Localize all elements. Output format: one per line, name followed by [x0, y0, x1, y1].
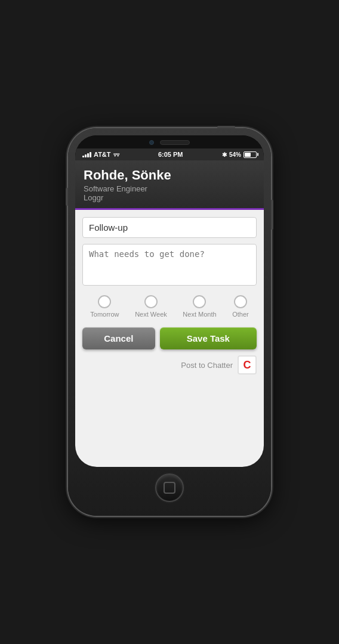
phone-screen: AT&T ▿▿ 6:05 PM ✱ 54% Rohde, Sönke Softw… [75, 135, 264, 467]
camera-icon [149, 140, 154, 145]
status-left: AT&T ▿▿ [82, 151, 119, 158]
silent-button[interactable] [271, 200, 273, 230]
due-label-next-week: Next Week [135, 311, 167, 318]
radio-next-week[interactable] [144, 295, 158, 308]
due-option-other[interactable]: Other [232, 295, 249, 318]
chatter-label: Post to Chatter [181, 361, 233, 370]
phone-device: AT&T ▿▿ 6:05 PM ✱ 54% Rohde, Sönke Softw… [68, 128, 271, 516]
save-task-button[interactable]: Save Task [160, 327, 257, 349]
home-button-icon [164, 482, 175, 494]
status-bar: AT&T ▿▿ 6:05 PM ✱ 54% [75, 148, 264, 160]
contact-title: Software Engineer [84, 184, 255, 193]
carrier-label: AT&T [94, 151, 111, 158]
due-option-next-week[interactable]: Next Week [135, 295, 167, 318]
wifi-icon: ▿▿ [113, 151, 119, 158]
due-label-next-month: Next Month [183, 311, 216, 318]
home-button[interactable] [155, 473, 184, 502]
status-right: ✱ 54% [222, 151, 257, 158]
contact-header: Rohde, Sönke Software Engineer Loggr [75, 160, 264, 210]
chatter-button[interactable]: C [238, 355, 257, 374]
bluetooth-icon: ✱ [222, 151, 227, 158]
time-display: 6:05 PM [158, 151, 183, 158]
volume-button[interactable] [66, 188, 68, 206]
main-content: Tomorrow Next Week Next Month Other Canc… [75, 210, 264, 467]
action-buttons: Cancel Save Task [82, 327, 257, 349]
speaker [160, 140, 190, 145]
contact-company: Loggr [84, 193, 255, 202]
due-label-other: Other [232, 311, 249, 318]
battery-percent: 54% [229, 151, 241, 158]
due-option-tomorrow[interactable]: Tomorrow [90, 295, 119, 318]
phone-top-bezel [75, 135, 264, 148]
power-button[interactable] [217, 126, 235, 128]
due-label-tomorrow: Tomorrow [90, 311, 119, 318]
battery-icon [244, 151, 257, 158]
task-type-input[interactable] [82, 217, 257, 238]
cancel-button[interactable]: Cancel [82, 327, 155, 349]
due-option-next-month[interactable]: Next Month [183, 295, 216, 318]
radio-next-month[interactable] [193, 295, 206, 308]
chatter-row: Post to Chatter C [82, 355, 257, 374]
radio-tomorrow[interactable] [98, 295, 111, 308]
phone-bottom-bezel [155, 467, 184, 509]
due-date-options: Tomorrow Next Week Next Month Other [82, 292, 257, 321]
task-description-input[interactable] [82, 244, 257, 286]
radio-other[interactable] [234, 295, 247, 308]
contact-name: Rohde, Sönke [84, 168, 255, 183]
signal-icon [82, 152, 91, 157]
